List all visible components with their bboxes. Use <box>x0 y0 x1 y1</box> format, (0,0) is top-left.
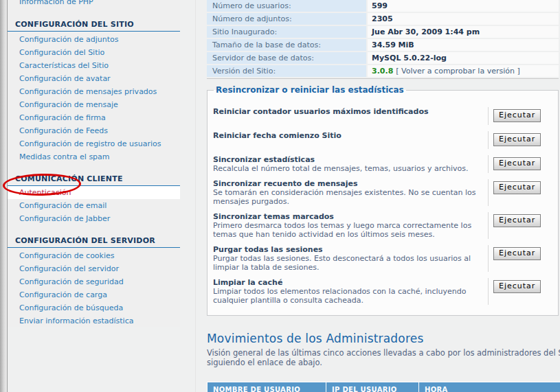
sidebar-item-config-busqueda[interactable]: Configuración de búsqueda <box>8 301 180 314</box>
column-header-username: NOMBRE DE USUARIO <box>208 382 326 392</box>
column-header-time: HORA <box>419 382 560 392</box>
table-row: Sitio Inaugurado: Jue Abr 30, 2009 1:44 … <box>207 26 559 38</box>
stat-label: Número de usuarios: <box>207 0 366 12</box>
stat-label: Servidor de base de datos: <box>207 52 366 64</box>
ejecutar-button[interactable]: Ejecutar <box>493 214 541 227</box>
sidebar-item-config-feeds[interactable]: Configuración de Feeds <box>8 124 180 137</box>
sidebar-item-config-jabber[interactable]: Configuración de Jabber <box>8 212 180 225</box>
action-row: Reiniciar fecha comienzo Sitio Ejecutar <box>213 131 558 149</box>
table-row: Servidor de base de datos: MySQL 5.0.22-… <box>207 52 559 64</box>
stat-label: Versión del Sitio: <box>207 65 366 77</box>
action-title: Limpiar la caché <box>213 278 482 287</box>
action-row: Purgar todas las sesiones Purgar todas l… <box>213 245 558 272</box>
stat-value: MySQL 5.0.22-log <box>368 52 559 64</box>
stat-value: 34.59 MiB <box>368 39 559 51</box>
fieldset-legend: Resincronizar o reiniciar las estadístic… <box>214 85 406 95</box>
sidebar-item-config-servidor[interactable]: Configuración del servidor <box>8 262 180 275</box>
resync-stats-fieldset: Resincronizar o reiniciar las estadístic… <box>207 85 559 316</box>
site-statistics-table: Número de usuarios: 599 Número de adjunt… <box>207 0 559 79</box>
sidebar-item-config-seguridad[interactable]: Configuración de seguridad <box>8 275 180 288</box>
stat-label: Tamaño de la base de datos: <box>207 39 366 51</box>
sidebar-item-config-firma[interactable]: Configuración de firma <box>8 111 180 124</box>
ejecutar-button[interactable]: Ejecutar <box>493 133 541 146</box>
action-title: Reiniciar fecha comienzo Sitio <box>213 131 482 140</box>
table-row-version: Versión del Sitio: 3.0.8[ Volver a compr… <box>207 65 559 77</box>
sidebar-item-config-carga[interactable]: Configuración de carga <box>8 288 180 301</box>
stat-value: 2305 <box>368 13 559 25</box>
action-row: Limpiar la caché Limpiar todos los eleme… <box>213 278 558 305</box>
ejecutar-button[interactable]: Ejecutar <box>493 280 541 293</box>
stat-label: Sitio Inaugurado: <box>207 26 366 38</box>
admin-log-description: Visión general de las últimas cinco acci… <box>207 348 560 367</box>
sidebar-item-config-email[interactable]: Configuración de email <box>8 199 180 212</box>
action-title: Purgar todas las sesiones <box>213 245 482 254</box>
phpbb-acp-screen: Información de PHP CONFIGURACIÓN DEL SIT… <box>0 0 560 392</box>
stat-value: 599 <box>368 0 559 12</box>
stat-value: Jue Abr 30, 2009 1:44 pm <box>368 26 559 38</box>
admin-log-description-line1: Visión general de las últimas cinco acci… <box>207 348 560 358</box>
main-content: Número de usuarios: 599 Número de adjunt… <box>195 0 560 392</box>
table-row: Tamaño de la base de datos: 34.59 MiB <box>207 39 559 51</box>
admin-log-description-line2: siguiendo el enlace de abajo. <box>207 358 560 367</box>
sidebar-menu: Información de PHP CONFIGURACIÓN DEL SIT… <box>8 0 180 327</box>
action-description: Primero desmarca todos los temas y luego… <box>213 221 482 239</box>
sidebar-item-config-mensajes-privados[interactable]: Configuración de mensajes privados <box>8 85 180 98</box>
admin-log-table-header: NOMBRE DE USUARIO IP DEL USUARIO HORA <box>207 382 560 392</box>
sidebar-section-header-comunicacion: COMUNICACIÓN CLIENTE <box>8 173 180 186</box>
ejecutar-button[interactable]: Ejecutar <box>493 157 541 170</box>
stat-value: 3.0.8[ Volver a comprobar la versión ] <box>368 65 559 77</box>
sidebar-item-autenticacion[interactable]: Autenticación <box>8 186 180 199</box>
sidebar-item-informacion-php[interactable]: Información de PHP <box>8 0 180 8</box>
admin-log-heading: Movimientos de los Administradores <box>207 332 424 345</box>
left-gutter <box>0 0 8 392</box>
sidebar-item-config-cookies[interactable]: Configuración de cookies <box>8 249 180 262</box>
sidebar-section-header-servidor: CONFIGURACIÓN DEL SERVIDOR <box>8 235 180 248</box>
ejecutar-button[interactable]: Ejecutar <box>493 247 541 260</box>
action-row: Sincronizar estadísticas Recalcula el nú… <box>213 155 558 173</box>
action-description: Purgar todas las sesiones. Esto desconec… <box>213 254 482 272</box>
action-title: Sincronizar temas marcados <box>213 212 482 221</box>
ejecutar-button[interactable]: Ejecutar <box>493 109 541 122</box>
ejecutar-button[interactable]: Ejecutar <box>493 181 541 194</box>
stat-label: Número de adjuntos: <box>207 13 366 25</box>
sidebar-item-config-adjuntos[interactable]: Configuración de adjuntos <box>8 33 180 46</box>
sidebar-section-header-sitio: CONFIGURACIÓN DEL SITIO <box>8 19 180 32</box>
sidebar-item-caracteristicas-sitio[interactable]: Características del Sitio <box>8 59 180 72</box>
action-title: Sincronizar estadísticas <box>213 155 482 164</box>
action-title: Reiniciar contador usuarios máximos iden… <box>213 107 482 116</box>
table-row: Número de usuarios: 599 <box>207 0 559 12</box>
recheck-version-link[interactable]: [ Volver a comprobar la versión ] <box>396 67 519 76</box>
action-description: Limpiar todos los elementos relacionados… <box>213 287 482 305</box>
sidebar-item-enviar-estadistica[interactable]: Enviar información estadística <box>8 314 180 327</box>
sidebar-item-config-mensaje[interactable]: Configuración de mensaje <box>8 98 180 111</box>
action-row: Sincronizar recuento de mensajes Se toma… <box>213 179 558 206</box>
action-row: Sincronizar temas marcados Primero desma… <box>213 212 558 239</box>
action-title: Sincronizar recuento de mensajes <box>213 179 482 188</box>
sidebar-item-config-sitio[interactable]: Configuración del Sitio <box>8 46 180 59</box>
site-version-number: 3.0.8 <box>372 67 393 76</box>
sidebar-item-config-registro[interactable]: Configuración de registro de usuarios <box>8 137 180 150</box>
action-description: Recalcula el número total de mensajes, t… <box>213 164 482 173</box>
action-row: Reiniciar contador usuarios máximos iden… <box>213 107 558 125</box>
action-description: Se tomarán en consideración mensajes exi… <box>213 188 482 206</box>
column-header-user-ip: IP DEL USUARIO <box>326 382 418 392</box>
sidebar-item-medidas-spam[interactable]: Medidas contra el spam <box>8 150 180 163</box>
sidebar-item-config-avatar[interactable]: Configuración de avatar <box>8 72 180 85</box>
table-row: Número de adjuntos: 2305 <box>207 13 559 25</box>
